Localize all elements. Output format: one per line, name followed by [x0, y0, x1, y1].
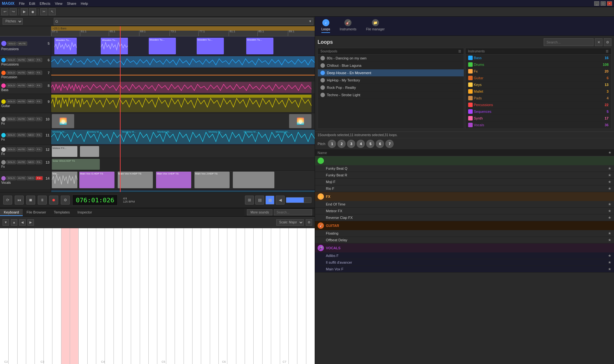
pause-btn[interactable]: ⏸ — [38, 196, 47, 205]
menu-item-share[interactable]: Share — [65, 1, 78, 6]
track-row-9[interactable] — [51, 94, 315, 113]
pitch-btn-5[interactable]: 5 — [366, 140, 374, 148]
loop-star-riof[interactable]: ★ — [608, 186, 611, 191]
loop-star-ilsuffit[interactable]: ★ — [608, 260, 611, 265]
loop-item-offbeat[interactable]: Offbeat Delay ★ — [315, 237, 614, 244]
instrument-item-pads[interactable]: Pads 4 — [466, 95, 611, 102]
tab-instruments[interactable]: 🎸 Instruments — [340, 19, 356, 33]
track-row-6[interactable] — [51, 56, 315, 68]
loop-item-riof[interactable]: Rio F ★ — [315, 185, 614, 192]
menu-item-help[interactable]: Help — [79, 1, 90, 6]
loop-star-funkyq[interactable]: ★ — [608, 166, 611, 171]
more-sounds-btn[interactable]: More sounds — [247, 209, 272, 215]
solo-btn-11[interactable]: SOLO — [6, 133, 16, 137]
undo-btn[interactable]: ↩ — [1, 8, 8, 15]
white-key[interactable] — [131, 228, 140, 364]
loop-item-funkyr[interactable]: Funky Beat R ★ — [315, 172, 614, 179]
white-key[interactable] — [201, 228, 210, 364]
more-sounds-search[interactable] — [274, 209, 312, 215]
soundpool-item-5[interactable]: Rock Pop - Reality — [318, 84, 464, 91]
loop-item-mojif[interactable]: Moji F ★ — [315, 179, 614, 185]
white-key[interactable] — [254, 228, 262, 364]
white-key[interactable] — [140, 228, 149, 364]
white-key[interactable] — [157, 228, 166, 364]
white-key[interactable] — [219, 228, 227, 364]
solo-btn-6[interactable]: SOLO — [6, 58, 16, 62]
white-key[interactable] — [193, 228, 201, 364]
fx-btn-8[interactable]: FX- — [35, 83, 42, 88]
tab-filemanager[interactable]: 📁 File manager — [366, 19, 385, 33]
loop-item-reverseclap[interactable]: Reverse Clap FX ★ — [315, 214, 614, 221]
instrument-item-vocals[interactable]: Vocals 36 — [466, 122, 611, 128]
neo-btn-9[interactable]: NEO — [27, 99, 35, 104]
tab-loops[interactable]: ♪ Loops — [321, 19, 330, 33]
pitch-btn-3[interactable]: 3 — [347, 140, 355, 148]
fx-btn-9[interactable]: FX- — [35, 99, 42, 104]
white-key[interactable] — [227, 228, 236, 364]
pitch-btn-1[interactable]: 1 — [328, 140, 336, 148]
maximize-btn[interactable]: □ — [601, 1, 606, 6]
instrument-item-mallet[interactable]: Mallet 3 — [466, 88, 611, 95]
loop-item-funkyq[interactable]: Funky Beat Q ★ — [315, 165, 614, 172]
clip-14a[interactable]: Mai... — [52, 172, 77, 188]
loops-search-btn[interactable]: ✕ — [595, 38, 602, 46]
white-key[interactable] — [280, 228, 289, 364]
white-key[interactable] — [26, 228, 35, 364]
transport-btn-2[interactable]: ▤ — [255, 196, 264, 205]
clip-image-left[interactable]: 🌅 — [52, 114, 74, 128]
mute-btn-8[interactable]: HUTE — [17, 83, 26, 88]
track-row-8[interactable] — [51, 81, 315, 94]
loop-star-meteorfx[interactable]: ★ — [608, 209, 611, 213]
white-key[interactable] — [149, 228, 157, 364]
mute-btn-6[interactable]: HUTE — [17, 58, 26, 62]
neo-btn-7[interactable]: NEO — [27, 71, 35, 75]
mute-btn-13[interactable]: HUTE — [17, 160, 26, 164]
instrument-item-drums[interactable]: Drums 108 — [466, 61, 611, 68]
cut-btn[interactable]: ✂ — [40, 8, 47, 15]
clip-container[interactable] — [51, 82, 311, 93]
white-key[interactable] — [184, 228, 193, 364]
soundpool-item-1[interactable]: 80s - Dancing on my own — [318, 55, 464, 62]
pitch-btn-6[interactable]: 6 — [376, 140, 384, 148]
solo-btn-5[interactable]: SOLO — [7, 42, 17, 46]
loops-search-input[interactable] — [544, 38, 594, 46]
fx-btn-14[interactable]: FX+ — [35, 176, 43, 180]
solo-btn-14[interactable]: SOLO — [6, 176, 16, 180]
solo-btn-12[interactable]: SOLO — [6, 147, 16, 151]
clip-14b[interactable]: Main Vox G.HDP TS — [79, 172, 114, 188]
loop-star-floating[interactable]: ★ — [608, 231, 611, 236]
track-row-11[interactable]: Monkey M... Monkey M... Monkey M... Monk… — [51, 129, 315, 145]
kb-arrow-up[interactable]: ▲ — [11, 219, 17, 226]
neo-btn-14[interactable]: NEO — [27, 176, 35, 180]
white-key[interactable] — [175, 228, 184, 364]
pitch-btn-7[interactable]: 7 — [385, 140, 394, 148]
white-key[interactable] — [79, 228, 87, 364]
loop-star-mainvox[interactable]: ★ — [608, 267, 611, 271]
mute-btn-7[interactable]: HUTE — [17, 71, 26, 75]
clip[interactable]: Wooden Tu... — [246, 38, 273, 54]
loop-star-adlibs[interactable]: ★ — [608, 253, 611, 258]
mute-btn-5[interactable]: MUTE — [17, 42, 27, 46]
instrument-item-sequences[interactable]: Sequences 5 — [466, 108, 611, 115]
white-key[interactable] — [122, 228, 131, 364]
loop-star-offbeat[interactable]: ★ — [608, 238, 611, 242]
transport-btn-4[interactable]: ◀ — [276, 196, 285, 205]
clip[interactable]: Wooden Tu... — [197, 38, 224, 54]
white-key[interactable] — [236, 228, 245, 364]
soundpools-sort-icon[interactable]: ☰ — [458, 50, 461, 53]
clip-14d[interactable]: Main Vox I.HDP TS — [156, 172, 191, 188]
instrument-item-keys[interactable]: Keys 13 — [466, 81, 611, 88]
soundpool-item-4[interactable]: HipHop - My Territory — [318, 77, 464, 84]
clip-14c[interactable]: Main Vox H.HDP TS — [118, 172, 153, 188]
white-key[interactable] — [114, 228, 122, 364]
white-key[interactable] — [210, 228, 219, 364]
loop-item-ilsuffit[interactable]: Il suffit d'avancer ★ — [315, 259, 614, 266]
white-key[interactable] — [9, 228, 17, 364]
instrument-item-fx[interactable]: Fx 20 — [466, 68, 611, 75]
white-key-highlight[interactable] — [61, 228, 70, 364]
neo-btn-10[interactable]: NEO — [27, 117, 35, 121]
clip-12a[interactable]: Meteor FX... — [52, 146, 77, 157]
loop-item-adlibs[interactable]: Adlibs F ★ — [315, 252, 614, 259]
loop-star-funkyr[interactable]: ★ — [608, 173, 611, 177]
white-key[interactable] — [88, 228, 96, 364]
